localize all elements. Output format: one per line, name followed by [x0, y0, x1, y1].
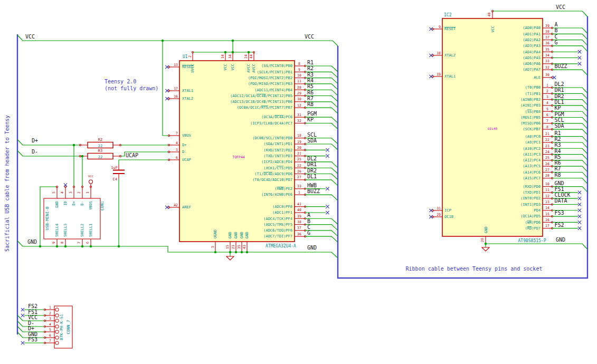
net-label-R2[interactable]: R2	[555, 136, 561, 142]
pin-number: 3	[176, 148, 178, 152]
net-label-FS2[interactable]: FS2	[555, 222, 564, 228]
net-label-G[interactable]: G	[307, 230, 310, 236]
net-label-vcc-ic2[interactable]: VCC	[556, 4, 565, 10]
net-label-R5[interactable]: R5	[555, 154, 561, 160]
net-label-R4[interactable]: R4	[555, 148, 561, 154]
net-label-R6[interactable]: R6	[307, 90, 314, 95]
net-label-vcc-left[interactable]: VCC	[25, 34, 35, 40]
pin-number: 23	[545, 144, 549, 148]
net-label-DR1[interactable]: DR1	[307, 161, 317, 167]
net-label-CLOCK[interactable]: CLOCK	[555, 192, 571, 198]
net-label-DL2[interactable]: DL2	[555, 81, 564, 87]
pin-name: GND	[240, 232, 244, 238]
net-label-A[interactable]: A	[307, 212, 310, 218]
net-label-BUZZ[interactable]: BUZZ	[555, 63, 567, 69]
con1-pin-1: 1VBUS	[86, 186, 93, 210]
junction-dot	[81, 155, 83, 157]
net-label-ucap[interactable]: UCAP	[126, 152, 138, 158]
net-label-GND[interactable]: GND	[555, 180, 564, 186]
net-label-SCL[interactable]: SCL	[555, 117, 564, 123]
net-label-R8[interactable]: R8	[555, 172, 561, 178]
net-label-DATA[interactable]: DATA	[555, 198, 567, 204]
net-label-HWB[interactable]: HWB	[307, 183, 317, 188]
junction-dot	[229, 251, 231, 253]
connector-pin-circle	[55, 314, 59, 317]
net-label-R1[interactable]: R1	[555, 130, 561, 136]
net-label-PGM[interactable]: PGM	[555, 111, 564, 117]
pin-name: VCC	[231, 64, 235, 71]
pin-number: 32	[297, 119, 301, 123]
pin-number: 2	[77, 191, 81, 194]
pin-number: 37	[297, 226, 301, 230]
net-label-gnd-u1[interactable]: GND	[307, 245, 317, 251]
net-label-G[interactable]: G	[555, 40, 558, 45]
net-label-R3[interactable]: R3	[555, 142, 561, 148]
net-label-R8[interactable]: R8	[307, 101, 314, 107]
gnd-symbol-ic2[interactable]	[482, 247, 489, 251]
pin-number: 18	[297, 133, 301, 138]
pin-name: (TXD)PD1	[523, 190, 541, 195]
net-label-DL1[interactable]: DL1	[307, 174, 317, 179]
junction-dot	[485, 243, 487, 245]
net-label-R3[interactable]: R3	[307, 72, 314, 78]
wire-ucap	[119, 160, 169, 246]
pin-number: 31	[297, 113, 301, 117]
net-label-gnd-ic2[interactable]: GND	[556, 237, 565, 243]
net-label-R4[interactable]: R4	[307, 78, 314, 83]
pin-number: 22	[545, 138, 549, 142]
net-label-SCL[interactable]: SCL	[307, 132, 317, 138]
net-label-DR1[interactable]: DR1	[555, 87, 564, 93]
net-label-dplus[interactable]: D+	[32, 138, 38, 143]
vcc-symbol-con1[interactable]: VCC	[88, 175, 93, 187]
pin-name: XTAL1	[182, 89, 193, 93]
pin-number: 27	[297, 175, 301, 179]
connector-pin-circle	[55, 330, 59, 333]
pin-number: 30	[297, 97, 301, 101]
net-label-KP[interactable]: KP	[555, 105, 561, 111]
pin-number: 19	[297, 140, 301, 144]
net-label-A[interactable]: A	[555, 22, 558, 27]
gnd-symbol-u1[interactable]	[226, 256, 234, 260]
r3-ref: R3	[98, 149, 102, 153]
net-label-DR2[interactable]: DR2	[307, 168, 317, 174]
net-label-R6[interactable]: R6	[555, 160, 561, 166]
pin-number: 6	[546, 113, 548, 117]
net-label-R2[interactable]: R2	[307, 65, 314, 71]
pin-number: 10	[545, 182, 549, 186]
net-label-BUZZ[interactable]: BUZZ	[307, 188, 320, 194]
wire-to-bus	[305, 195, 338, 200]
net-label-DL2[interactable]: DL2	[307, 156, 317, 161]
net-label-FS3[interactable]: FS3	[555, 210, 564, 216]
net-label-R7[interactable]: R7	[555, 166, 561, 171]
net-label-R5[interactable]: R5	[307, 83, 314, 89]
net-label-B[interactable]: B	[307, 218, 310, 224]
pin-number: 41	[297, 202, 301, 206]
net-label-VCC[interactable]: VCC	[28, 314, 37, 320]
side-note: Sacrificial USB cable from header to Tee…	[4, 115, 10, 252]
net-label-DL1[interactable]: DL1	[555, 99, 564, 105]
net-label-C[interactable]: C	[555, 34, 558, 40]
net-label-vcc-u1[interactable]: VCC	[305, 34, 314, 40]
pin-name: UGND	[213, 229, 217, 238]
net-label-KP[interactable]: KP	[307, 117, 314, 122]
net-label-PGM[interactable]: PGM	[307, 111, 317, 117]
net-label-FS1[interactable]: FS1	[555, 186, 564, 192]
net-label-SDA[interactable]: SDA	[307, 138, 317, 143]
net-label-FS2[interactable]: FS2	[28, 303, 37, 309]
net-label-D+[interactable]: D+	[28, 325, 34, 331]
net-label-FS3[interactable]: FS3	[28, 337, 37, 342]
net-label-gnd-left[interactable]: GND	[27, 239, 37, 245]
net-label-R1[interactable]: R1	[307, 60, 314, 65]
net-label-SDA[interactable]: SDA	[555, 123, 564, 129]
net-label-dminus[interactable]: D-	[32, 149, 38, 155]
con1-value: USB-MINI-B	[45, 206, 50, 231]
net-label-DR2[interactable]: DR2	[555, 93, 564, 99]
pin-number: 12	[297, 103, 301, 108]
conn7-pin-6: 6GND	[17, 331, 59, 340]
net-label-R7[interactable]: R7	[307, 95, 314, 101]
pin-number: 39	[297, 214, 301, 218]
pin-number: 28	[297, 85, 301, 90]
net-label-C[interactable]: C	[307, 224, 310, 230]
net-label-B[interactable]: B	[555, 27, 558, 33]
no-connect-x	[578, 50, 581, 53]
